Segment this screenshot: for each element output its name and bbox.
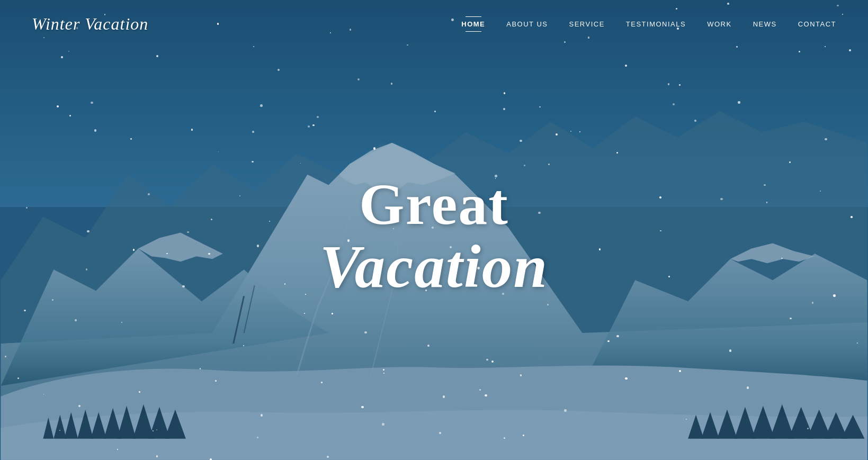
hero-title: Great Vacation: [320, 174, 548, 299]
hero-section: Winter Vacation HOMEABOUT USSERVICETESTI…: [0, 0, 868, 460]
nav-link-work[interactable]: WORK: [707, 20, 731, 28]
nav-item-about-us[interactable]: ABOUT US: [506, 19, 548, 29]
hero-text: Great Vacation: [320, 174, 548, 299]
nav-link-contact[interactable]: CONTACT: [798, 20, 836, 28]
site-logo[interactable]: Winter Vacation: [32, 14, 148, 34]
nav-link-testimonials[interactable]: TESTIMONIALS: [626, 20, 686, 28]
nav-link-about-us[interactable]: ABOUT US: [506, 20, 548, 28]
nav-item-news[interactable]: NEWS: [753, 19, 777, 29]
nav-item-service[interactable]: SERVICE: [569, 19, 604, 29]
nav-item-contact[interactable]: CONTACT: [798, 19, 836, 29]
nav-link-news[interactable]: NEWS: [753, 20, 777, 28]
nav-link-home[interactable]: HOME: [461, 20, 485, 28]
nav-item-testimonials[interactable]: TESTIMONIALS: [626, 19, 686, 29]
hero-line2: Vacation: [320, 235, 548, 299]
nav-item-work[interactable]: WORK: [707, 19, 731, 29]
nav-links: HOMEABOUT USSERVICETESTIMONIALSWORKNEWSC…: [461, 16, 836, 32]
navigation: Winter Vacation HOMEABOUT USSERVICETESTI…: [0, 0, 868, 48]
nav-link-service[interactable]: SERVICE: [569, 20, 604, 28]
hero-line1: Great: [320, 174, 548, 235]
nav-item-home[interactable]: HOME: [461, 16, 485, 32]
